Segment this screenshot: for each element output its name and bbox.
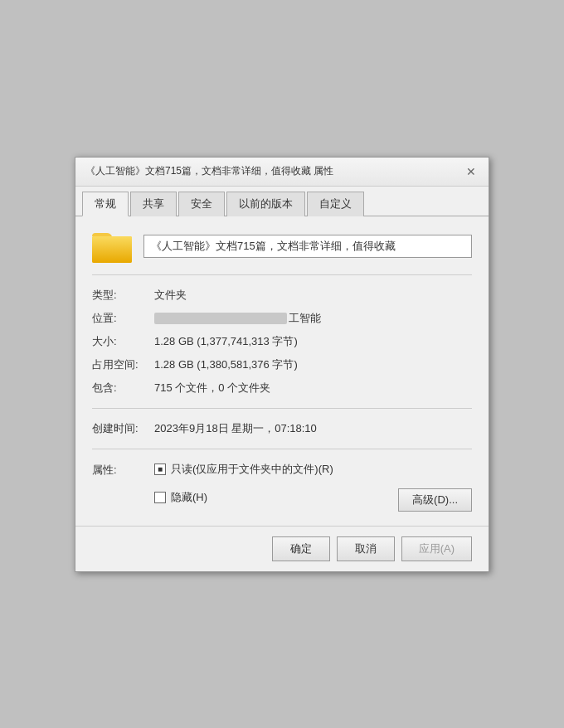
tab-previous-versions[interactable]: 以前的版本 [226, 192, 305, 216]
table-row: 占用空间: 1.28 GB (1,380,581,376 字节) [92, 353, 472, 376]
tab-security[interactable]: 安全 [178, 192, 225, 216]
created-value: 2023年9月18日 星期一，07:18:10 [154, 417, 472, 440]
attributes-value: 只读(仅应用于文件夹中的文件)(R) 隐藏(H) 高级(D)... [154, 458, 472, 516]
location-blurred [154, 313, 287, 324]
created-table: 创建时间: 2023年9月18日 星期一，07:18:10 [92, 417, 472, 440]
field-label-location: 位置: [92, 307, 154, 330]
tab-general[interactable]: 常规 [82, 192, 129, 216]
table-row: 包含: 715 个文件，0 个文件夹 [92, 376, 472, 400]
attributes-table: 属性: 只读(仅应用于文件夹中的文件)(R) 隐藏(H) [92, 458, 472, 516]
tab-customize[interactable]: 自定义 [307, 192, 364, 216]
field-label-used-space: 占用空间: [92, 353, 154, 376]
tab-bar: 常规 共享 安全 以前的版本 自定义 [75, 187, 489, 216]
attr-labels: 只读(仅应用于文件夹中的文件)(R) 隐藏(H) [154, 462, 333, 512]
field-value-size: 1.28 GB (1,377,741,313 字节) [154, 330, 472, 353]
attr-row-wrapper: 只读(仅应用于文件夹中的文件)(R) 隐藏(H) 高级(D)... [154, 462, 472, 512]
info-table: 类型: 文件夹 位置: 工智能 大小: 1.28 GB (1,377,741,3… [92, 284, 472, 400]
close-button[interactable]: ✕ [464, 164, 479, 179]
attr-row-readonly: 只读(仅应用于文件夹中的文件)(R) [154, 462, 333, 477]
field-value-type: 文件夹 [154, 284, 472, 307]
location-suffix: 工智能 [289, 312, 321, 324]
folder-name-box: 《人工智能》文档715篇，文档非常详细，值得收藏 [143, 235, 472, 258]
attr-row-hidden: 隐藏(H) [154, 490, 333, 505]
content-area: 《人工智能》文档715篇，文档非常详细，值得收藏 类型: 文件夹 位置: 工智能… [75, 216, 489, 526]
svg-rect-1 [92, 236, 132, 263]
field-label-size: 大小: [92, 330, 154, 353]
checkbox-hidden[interactable] [154, 492, 166, 503]
field-label-type: 类型: [92, 284, 154, 307]
confirm-button[interactable]: 确定 [272, 536, 330, 561]
footer: 确定 取消 应用(A) [75, 526, 489, 571]
folder-icon [92, 230, 132, 263]
attr-label-hidden: 隐藏(H) [171, 490, 207, 505]
field-value-used-space: 1.28 GB (1,380,581,376 字节) [154, 353, 472, 376]
title-bar: 《人工智能》文档715篇，文档非常详细，值得收藏 属性 ✕ [75, 158, 489, 187]
tab-share[interactable]: 共享 [130, 192, 177, 216]
created-label: 创建时间: [92, 417, 154, 440]
properties-dialog: 《人工智能》文档715篇，文档非常详细，值得收藏 属性 ✕ 常规 共享 安全 以… [75, 157, 489, 572]
attributes-row: 属性: 只读(仅应用于文件夹中的文件)(R) 隐藏(H) [92, 458, 472, 516]
table-row: 大小: 1.28 GB (1,377,741,313 字节) [92, 330, 472, 353]
separator-1 [92, 274, 472, 275]
field-label-contains: 包含: [92, 376, 154, 400]
separator-2 [92, 408, 472, 409]
attr-label-readonly: 只读(仅应用于文件夹中的文件)(R) [171, 462, 333, 477]
checkbox-readonly[interactable] [154, 463, 166, 475]
header-row: 《人工智能》文档715篇，文档非常详细，值得收藏 [92, 230, 472, 263]
cancel-button[interactable]: 取消 [337, 536, 395, 561]
created-row: 创建时间: 2023年9月18日 星期一，07:18:10 [92, 417, 472, 440]
table-row: 位置: 工智能 [92, 307, 472, 330]
title-bar-text: 《人工智能》文档715篇，文档非常详细，值得收藏 属性 [85, 164, 464, 178]
apply-button[interactable]: 应用(A) [401, 536, 472, 561]
separator-3 [92, 449, 472, 449]
field-value-location: 工智能 [154, 307, 472, 330]
advanced-button[interactable]: 高级(D)... [398, 488, 472, 512]
table-row: 类型: 文件夹 [92, 284, 472, 307]
attributes-label: 属性: [92, 458, 154, 516]
field-value-contains: 715 个文件，0 个文件夹 [154, 376, 472, 400]
